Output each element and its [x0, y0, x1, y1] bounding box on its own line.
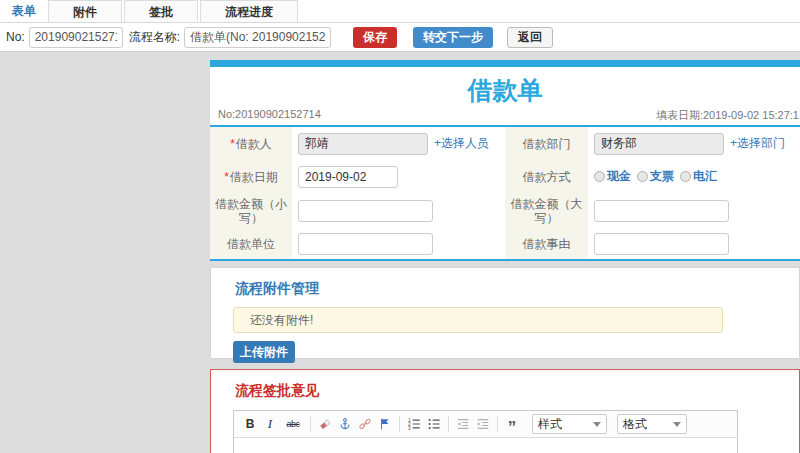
amount-upper-field: [588, 193, 800, 229]
form-row: 借款单位 借款事由: [210, 229, 800, 259]
loan-form-panel: 借款单 No:20190902152714 填表日期:2019-09-02 15…: [210, 60, 800, 257]
sheet-date-text: 填表日期:2019-09-02 15:27:1: [656, 108, 799, 125]
no-attachment-alert: 还没有附件!: [233, 307, 723, 333]
tab-progress[interactable]: 流程进度: [200, 0, 298, 22]
loan-unit-label: 借款单位: [210, 229, 292, 259]
svg-text:3: 3: [408, 426, 411, 431]
bold-icon[interactable]: B: [241, 415, 259, 433]
radio-icon[interactable]: [637, 171, 648, 182]
strikethrough-icon[interactable]: abc: [281, 415, 305, 433]
tab-bar: 表单 附件 签批 流程进度: [0, 0, 800, 23]
anchor-icon[interactable]: [336, 415, 354, 433]
toolbar: No: 流程名称: 保存 转交下一步 返回: [0, 23, 800, 52]
no-input[interactable]: [29, 27, 123, 48]
form-grid: *借款人 +选择人员 借款部门 +选择部门 *借款日期: [210, 127, 800, 259]
borrower-field: +选择人员: [292, 127, 505, 160]
toolbar-divider: [497, 416, 498, 432]
dept-label: 借款部门: [505, 127, 588, 160]
tab-attachments[interactable]: 附件: [48, 0, 122, 22]
indent-icon[interactable]: [474, 415, 492, 433]
toolbar-divider: [399, 416, 400, 432]
loan-reason-input[interactable]: [594, 233, 729, 255]
toolbar-divider: [310, 416, 311, 432]
outdent-icon[interactable]: [454, 415, 472, 433]
radio-wire[interactable]: 电汇: [680, 168, 717, 185]
sheet-no-text: No:20190902152714: [218, 108, 321, 125]
borrower-label: *借款人: [210, 127, 292, 160]
radio-icon[interactable]: [594, 171, 605, 182]
bullet-list-icon[interactable]: [425, 415, 443, 433]
tab-approval[interactable]: 签批: [124, 0, 198, 22]
amount-upper-input[interactable]: [594, 200, 729, 222]
borrower-input[interactable]: [298, 133, 428, 155]
rich-text-editor: B I abc: [233, 410, 738, 453]
required-asterisk: *: [224, 170, 229, 184]
sheet-meta: No:20190902152714 填表日期:2019-09-02 15:27:…: [210, 105, 800, 125]
caret-down-icon: [593, 422, 601, 427]
no-label: No:: [6, 30, 25, 44]
form-row: *借款日期 借款方式 现金: [210, 160, 800, 193]
style-select[interactable]: 样式: [532, 414, 607, 434]
attachment-heading: 流程附件管理: [235, 280, 799, 298]
radio-cheque[interactable]: 支票: [637, 168, 674, 185]
select-dept-link[interactable]: +选择部门: [730, 135, 785, 152]
loan-unit-input[interactable]: [298, 233, 433, 255]
form-row: 借款金额（小写） 借款金额（大写）: [210, 193, 800, 229]
loan-reason-field: [588, 229, 800, 259]
flow-name-input[interactable]: [184, 27, 331, 48]
amount-upper-label: 借款金额（大写）: [505, 193, 588, 229]
loan-date-label: *借款日期: [210, 160, 292, 193]
back-button[interactable]: 返回: [507, 27, 553, 48]
required-asterisk: *: [230, 137, 235, 151]
loan-method-label: 借款方式: [505, 160, 588, 193]
forward-next-step-button[interactable]: 转交下一步: [413, 27, 493, 48]
approval-section: 流程签批意见 B I abc: [210, 369, 800, 453]
upload-attachment-button[interactable]: 上传附件: [233, 341, 295, 363]
flow-name-label: 流程名称:: [129, 29, 180, 46]
editor-content[interactable]: [234, 438, 737, 453]
select-person-link[interactable]: +选择人员: [434, 135, 489, 152]
caret-down-icon: [673, 422, 681, 427]
numbered-list-icon[interactable]: 123: [405, 415, 423, 433]
approval-heading: 流程签批意见: [235, 382, 799, 400]
sheet-top-bar: [210, 60, 800, 67]
dept-input[interactable]: [594, 133, 724, 155]
loan-date-input[interactable]: [298, 166, 398, 188]
sheet-title: 借款单: [210, 74, 800, 105]
dept-field: +选择部门: [588, 127, 800, 160]
amount-lower-input[interactable]: [298, 200, 433, 222]
sheet-bottom-divider: [210, 259, 800, 261]
remove-format-icon[interactable]: [316, 415, 334, 433]
form-row: *借款人 +选择人员 借款部门 +选择部门: [210, 127, 800, 160]
radio-icon[interactable]: [680, 171, 691, 182]
radio-cash[interactable]: 现金: [594, 168, 631, 185]
attachment-section: 流程附件管理 还没有附件! 上传附件: [210, 267, 800, 359]
toolbar-divider: [448, 416, 449, 432]
save-button[interactable]: 保存: [353, 27, 397, 48]
flag-icon[interactable]: [376, 415, 394, 433]
workspace-background: 借款单 No:20190902152714 填表日期:2019-09-02 15…: [0, 52, 800, 453]
loan-method-field: 现金 支票 电汇: [588, 160, 800, 193]
loan-unit-field: [292, 229, 505, 259]
tab-form[interactable]: 表单: [2, 0, 46, 22]
amount-lower-label: 借款金额（小写）: [210, 193, 292, 229]
loan-date-field: [292, 160, 505, 193]
unlink-icon[interactable]: [356, 415, 374, 433]
italic-icon[interactable]: I: [261, 415, 279, 433]
format-select[interactable]: 格式: [617, 414, 687, 434]
screen: 表单 附件 签批 流程进度 No: 流程名称: 保存 转交下一步 返回 借款单 …: [0, 0, 800, 453]
editor-toolbar: B I abc: [234, 411, 737, 438]
loan-reason-label: 借款事由: [505, 229, 588, 259]
amount-lower-field: [292, 193, 505, 229]
blockquote-icon[interactable]: ”: [503, 415, 521, 433]
